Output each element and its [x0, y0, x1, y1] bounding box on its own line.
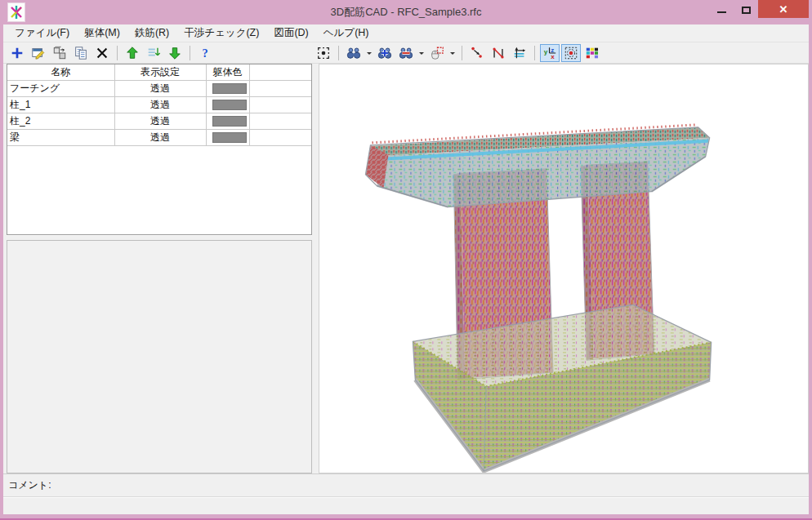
dropdown-arrow-icon	[450, 52, 455, 57]
row-display-setting[interactable]: 透過	[114, 97, 206, 113]
dimension-axis-button[interactable]	[510, 44, 529, 62]
dropdown-arrow-icon	[367, 52, 372, 57]
list-arrow-icon	[146, 46, 161, 60]
row-name[interactable]: 柱_2	[7, 113, 114, 130]
toolbar-separator	[534, 46, 535, 60]
layer-table-panel: 名称 表示設定 躯体色 フーチング 透過	[7, 64, 312, 235]
add-button[interactable]	[7, 44, 27, 62]
toolbar-right: y z x	[314, 44, 602, 62]
toolbar-separator	[117, 46, 118, 60]
green-arrow-up-icon	[125, 46, 140, 60]
fit-view-button[interactable]	[314, 44, 333, 62]
table-row[interactable]: フーチング 透過	[7, 81, 311, 97]
row-name[interactable]: 柱_1	[7, 97, 114, 113]
3d-model-scene	[319, 64, 808, 473]
move-up-button[interactable]	[123, 44, 142, 62]
table-row[interactable]: 柱_2 透過	[7, 113, 311, 130]
toolbar-left: ?	[3, 44, 314, 62]
xyz-axes-icon: y z x	[542, 46, 557, 60]
toolbar: ?	[3, 42, 809, 64]
copy-doc-icon	[74, 46, 88, 60]
rotation-center-icon	[564, 46, 578, 60]
header-name: 名称	[7, 64, 114, 81]
3d-viewport[interactable]	[319, 64, 809, 473]
app-window: 3D配筋CAD - RFC_Sample3.rfc ✕ ファイル(F) 躯体(M…	[0, 0, 812, 520]
table-row[interactable]: 梁 透過	[7, 130, 311, 146]
toggle-rotation-center-button[interactable]	[561, 44, 581, 62]
beam-model	[365, 125, 709, 207]
svg-text:x: x	[551, 53, 555, 60]
mouse-select-icon	[430, 46, 444, 60]
menu-rebar[interactable]: 鉄筋(R)	[127, 24, 176, 42]
edit-button[interactable]	[29, 44, 48, 62]
row-color-cell[interactable]	[206, 97, 249, 113]
menu-bar: ファイル(F) 躯体(M) 鉄筋(R) 干渉チェック(Z) 図面(D) ヘルプ(…	[3, 24, 809, 42]
binoculars-icon	[346, 46, 361, 60]
row-name[interactable]: フーチング	[7, 81, 114, 97]
edit-window-icon	[31, 46, 46, 60]
menu-file[interactable]: ファイル(F)	[7, 24, 77, 42]
axis-dimension-icon	[512, 46, 527, 60]
menu-body[interactable]: 躯体(M)	[77, 24, 127, 42]
row-color-cell[interactable]	[206, 81, 249, 97]
svg-text:z: z	[551, 46, 554, 53]
row-display-setting[interactable]: 透過	[114, 113, 206, 130]
help-button[interactable]: ?	[195, 44, 215, 62]
binoculars-plus-icon	[377, 46, 392, 60]
toolbar-separator	[190, 46, 190, 60]
question-icon: ?	[198, 46, 212, 60]
zoom-out-button[interactable]	[396, 44, 416, 62]
zoom-window-dropdown[interactable]	[365, 44, 373, 62]
color-swatch[interactable]	[212, 100, 247, 110]
measure-point-button[interactable]	[467, 44, 487, 62]
copy-body-button[interactable]	[50, 44, 69, 62]
zoom-out-dropdown[interactable]	[417, 44, 426, 62]
palette-icon	[585, 46, 600, 60]
left-panel: 名称 表示設定 躯体色 フーチング 透過	[7, 64, 312, 473]
point-arrow-icon	[470, 46, 484, 60]
toggle-axes-button[interactable]: y z x	[540, 44, 560, 62]
row-color-cell[interactable]	[206, 113, 249, 130]
move-down-button[interactable]	[165, 44, 185, 62]
toolbar-separator	[338, 46, 339, 60]
menu-help[interactable]: ヘルプ(H)	[316, 24, 377, 42]
color-swatch[interactable]	[212, 132, 247, 143]
header-filler	[249, 64, 311, 81]
copy-button[interactable]	[71, 44, 91, 62]
status-bar	[3, 496, 809, 514]
row-color-cell[interactable]	[206, 130, 249, 146]
svg-text:y: y	[544, 47, 548, 55]
layer-table-header: 名称 表示設定 躯体色	[7, 64, 311, 81]
plus-icon	[10, 46, 25, 60]
mouse-zoom-button[interactable]	[427, 44, 447, 62]
row-display-setting[interactable]: 透過	[114, 81, 206, 97]
reorder-list-button[interactable]	[144, 44, 163, 62]
content-area: 名称 表示設定 躯体色 フーチング 透過	[3, 64, 809, 473]
display-colors-button[interactable]	[582, 44, 602, 62]
polyline-icon	[491, 46, 506, 60]
layer-table: 名称 表示設定 躯体色 フーチング 透過	[7, 64, 311, 146]
panel-splitter[interactable]	[312, 64, 319, 473]
row-name[interactable]: 梁	[7, 130, 114, 146]
dropdown-arrow-icon	[419, 52, 424, 57]
header-body-color: 躯体色	[206, 64, 249, 81]
green-arrow-down-icon	[167, 46, 182, 60]
delete-button[interactable]	[92, 44, 112, 62]
fit-view-icon	[316, 46, 331, 60]
title-bar: 3D配筋CAD - RFC_Sample3.rfc ✕	[3, 0, 809, 24]
table-row[interactable]: 柱_1 透過	[7, 97, 311, 113]
measure-polyline-button[interactable]	[489, 44, 508, 62]
menu-drawing[interactable]: 図面(D)	[266, 24, 315, 42]
header-display-setting: 表示設定	[114, 64, 206, 81]
color-swatch[interactable]	[212, 83, 247, 94]
mouse-zoom-dropdown[interactable]	[448, 44, 457, 62]
color-swatch[interactable]	[212, 116, 247, 127]
menu-interference-check[interactable]: 干渉チェック(Z)	[176, 24, 266, 42]
zoom-in-button[interactable]	[375, 44, 395, 62]
svg-text:?: ?	[202, 46, 207, 59]
cube-copy-icon	[52, 46, 67, 60]
zoom-window-button[interactable]	[344, 44, 364, 62]
comment-label: コメント:	[8, 478, 51, 492]
row-display-setting[interactable]: 透過	[114, 130, 206, 146]
detail-panel	[7, 240, 312, 473]
